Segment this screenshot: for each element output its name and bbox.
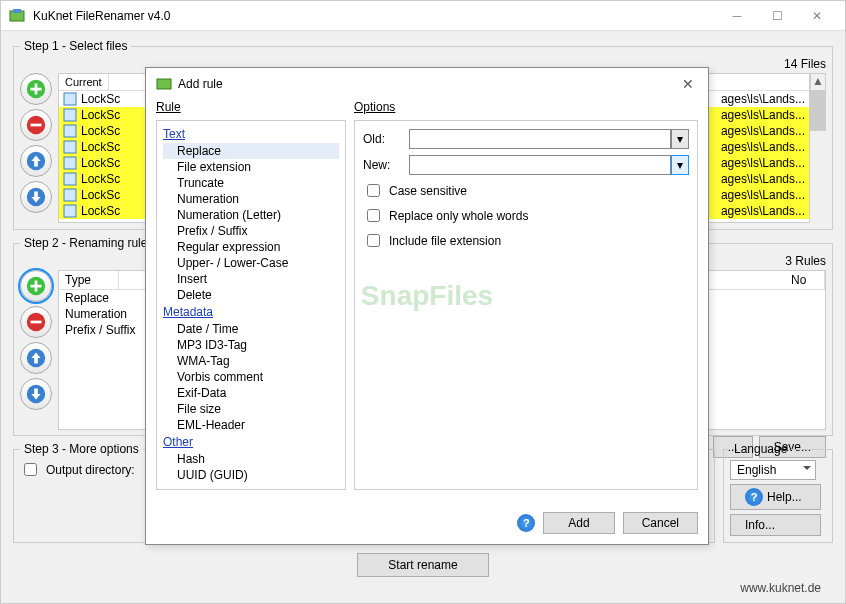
svg-rect-7: [64, 109, 76, 121]
rule-up-button[interactable]: [20, 342, 52, 374]
rules-count: 3 Rules: [785, 254, 826, 268]
include-ext-checkbox[interactable]: [367, 234, 380, 247]
svg-rect-6: [64, 93, 76, 105]
output-dir-checkbox[interactable]: [24, 463, 37, 476]
old-dropdown-button[interactable]: ▾: [671, 129, 689, 149]
tree-item[interactable]: MP3 ID3-Tag: [163, 337, 339, 353]
tree-item[interactable]: Delete: [163, 287, 339, 303]
file-count: 14 Files: [784, 57, 826, 71]
close-button[interactable]: ✕: [797, 2, 837, 30]
step1-legend: Step 1 - Select files: [24, 39, 127, 53]
start-rename-button[interactable]: Start rename: [357, 553, 488, 577]
col-no: No: [785, 271, 825, 289]
new-dropdown-button[interactable]: ▾: [671, 155, 689, 175]
output-dir-label: Output directory:: [46, 463, 135, 477]
rule-tree[interactable]: Text ReplaceFile extensionTruncateNumera…: [156, 120, 346, 490]
app-icon: [9, 8, 25, 24]
tree-item[interactable]: EML-Header: [163, 417, 339, 433]
tree-item[interactable]: WMA-Tag: [163, 353, 339, 369]
titlebar: KuKnet FileRenamer v4.0 ─ ☐ ✕: [1, 1, 845, 31]
footer-url: www.kuknet.de: [740, 581, 821, 595]
files-scrollbar[interactable]: ▲: [810, 73, 826, 131]
tree-item[interactable]: Vorbis comment: [163, 369, 339, 385]
file-icon: [63, 188, 77, 202]
remove-files-button[interactable]: [20, 109, 52, 141]
whole-words-checkbox[interactable]: [367, 209, 380, 222]
tree-item[interactable]: File size: [163, 401, 339, 417]
old-label: Old:: [363, 132, 403, 146]
cat-text: Text: [163, 127, 339, 141]
file-icon: [63, 108, 77, 122]
tree-item[interactable]: Prefix / Suffix: [163, 223, 339, 239]
cat-metadata: Metadata: [163, 305, 339, 319]
tree-item[interactable]: Numeration (Letter): [163, 207, 339, 223]
svg-rect-8: [64, 125, 76, 137]
tree-item[interactable]: Regular expression: [163, 239, 339, 255]
help-button[interactable]: ?Help...: [730, 484, 821, 510]
new-input[interactable]: [409, 155, 671, 175]
add-rule-button[interactable]: [20, 270, 52, 302]
new-label: New:: [363, 158, 403, 172]
svg-rect-11: [64, 173, 76, 185]
svg-rect-13: [64, 205, 76, 217]
window-title: KuKnet FileRenamer v4.0: [33, 9, 717, 23]
language-select[interactable]: English: [730, 460, 816, 480]
col-type: Type: [59, 271, 119, 289]
svg-rect-1: [13, 9, 21, 13]
minimize-button[interactable]: ─: [717, 2, 757, 30]
add-files-button[interactable]: [20, 73, 52, 105]
tree-item[interactable]: Numeration: [163, 191, 339, 207]
file-icon: [63, 204, 77, 218]
move-down-button[interactable]: [20, 181, 52, 213]
col-current: Current: [59, 74, 109, 90]
tree-item[interactable]: Date / Time: [163, 321, 339, 337]
dialog-title: Add rule: [178, 77, 678, 91]
maximize-button[interactable]: ☐: [757, 2, 797, 30]
app-window: KuKnet FileRenamer v4.0 ─ ☐ ✕ Step 1 - S…: [0, 0, 846, 604]
rule-down-button[interactable]: [20, 378, 52, 410]
step3-legend: Step 3 - More options: [24, 442, 139, 456]
step2-legend: Step 2 - Renaming rules: [24, 236, 153, 250]
dialog-icon: [156, 76, 172, 92]
svg-rect-12: [64, 189, 76, 201]
language-label: Language: [734, 442, 787, 456]
old-input[interactable]: [409, 129, 671, 149]
case-sensitive-label: Case sensitive: [389, 184, 467, 198]
svg-rect-10: [64, 157, 76, 169]
tree-item[interactable]: Hash: [163, 451, 339, 467]
info-button[interactable]: Info...: [730, 514, 821, 536]
rule-header: Rule: [156, 100, 346, 114]
help-icon: ?: [745, 488, 763, 506]
language-group: Language English ?Help... Info...: [723, 442, 833, 543]
tree-item[interactable]: File extension: [163, 159, 339, 175]
svg-rect-18: [157, 79, 171, 89]
file-icon: [63, 172, 77, 186]
cat-other: Other: [163, 435, 339, 449]
tree-item[interactable]: Exif-Data: [163, 385, 339, 401]
tree-item[interactable]: Insert: [163, 271, 339, 287]
dialog-add-button[interactable]: Add: [543, 512, 614, 534]
dialog-cancel-button[interactable]: Cancel: [623, 512, 698, 534]
options-header: Options: [354, 100, 698, 114]
tree-item[interactable]: Upper- / Lower-Case: [163, 255, 339, 271]
remove-rule-button[interactable]: [20, 306, 52, 338]
dialog-help-icon[interactable]: ?: [517, 514, 535, 532]
include-ext-label: Include file extension: [389, 234, 501, 248]
tree-item[interactable]: Truncate: [163, 175, 339, 191]
file-icon: [63, 92, 77, 106]
case-sensitive-checkbox[interactable]: [367, 184, 380, 197]
file-icon: [63, 140, 77, 154]
tree-item[interactable]: UUID (GUID): [163, 467, 339, 483]
dialog-close-button[interactable]: ✕: [678, 74, 698, 94]
file-icon: [63, 156, 77, 170]
add-rule-dialog: Add rule ✕ Rule Text ReplaceFile extensi…: [145, 67, 709, 545]
tree-item[interactable]: Replace: [163, 143, 339, 159]
move-up-button[interactable]: [20, 145, 52, 177]
whole-words-label: Replace only whole words: [389, 209, 528, 223]
file-icon: [63, 124, 77, 138]
svg-rect-9: [64, 141, 76, 153]
